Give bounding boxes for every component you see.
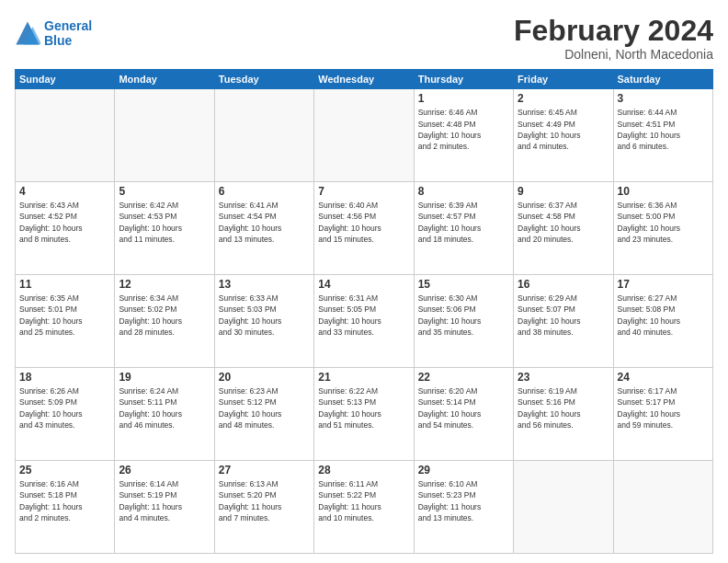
day-info: Sunrise: 6:43 AM Sunset: 4:52 PM Dayligh… xyxy=(19,200,110,245)
week-row: 11Sunrise: 6:35 AM Sunset: 5:01 PM Dayli… xyxy=(16,275,713,368)
weekday-header-row: SundayMondayTuesdayWednesdayThursdayFrid… xyxy=(16,70,713,89)
calendar-cell: 3Sunrise: 6:44 AM Sunset: 4:51 PM Daylig… xyxy=(613,89,712,182)
calendar-cell: 16Sunrise: 6:29 AM Sunset: 5:07 PM Dayli… xyxy=(514,275,613,368)
day-info: Sunrise: 6:27 AM Sunset: 5:08 PM Dayligh… xyxy=(618,293,709,338)
weekday-header-cell: Sunday xyxy=(16,70,115,89)
day-number: 1 xyxy=(418,92,509,105)
day-number: 17 xyxy=(618,278,709,291)
calendar-cell xyxy=(16,89,115,182)
day-number: 8 xyxy=(418,185,509,198)
day-number: 29 xyxy=(418,464,509,477)
calendar-cell: 8Sunrise: 6:39 AM Sunset: 4:57 PM Daylig… xyxy=(414,182,513,275)
calendar-cell: 26Sunrise: 6:14 AM Sunset: 5:19 PM Dayli… xyxy=(115,461,214,554)
calendar-cell: 6Sunrise: 6:41 AM Sunset: 4:54 PM Daylig… xyxy=(214,182,313,275)
day-number: 16 xyxy=(518,278,609,291)
day-info: Sunrise: 6:13 AM Sunset: 5:20 PM Dayligh… xyxy=(219,478,310,523)
calendar-cell xyxy=(514,461,613,554)
day-info: Sunrise: 6:11 AM Sunset: 5:22 PM Dayligh… xyxy=(318,478,409,523)
day-info: Sunrise: 6:46 AM Sunset: 4:48 PM Dayligh… xyxy=(418,107,509,152)
day-number: 10 xyxy=(618,185,709,198)
calendar-cell: 27Sunrise: 6:13 AM Sunset: 5:20 PM Dayli… xyxy=(214,461,313,554)
weekday-header-cell: Friday xyxy=(514,70,613,89)
day-info: Sunrise: 6:45 AM Sunset: 4:49 PM Dayligh… xyxy=(518,107,609,152)
day-info: Sunrise: 6:34 AM Sunset: 5:02 PM Dayligh… xyxy=(119,293,210,338)
day-number: 12 xyxy=(119,278,210,291)
title-block: February 2024 Dolneni, North Macedonia xyxy=(514,15,713,62)
calendar-cell: 4Sunrise: 6:43 AM Sunset: 4:52 PM Daylig… xyxy=(16,182,115,275)
calendar-cell: 2Sunrise: 6:45 AM Sunset: 4:49 PM Daylig… xyxy=(514,89,613,182)
calendar-cell: 19Sunrise: 6:24 AM Sunset: 5:11 PM Dayli… xyxy=(115,368,214,461)
calendar-cell: 10Sunrise: 6:36 AM Sunset: 5:00 PM Dayli… xyxy=(613,182,712,275)
week-row: 4Sunrise: 6:43 AM Sunset: 4:52 PM Daylig… xyxy=(16,182,713,275)
day-info: Sunrise: 6:29 AM Sunset: 5:07 PM Dayligh… xyxy=(518,293,609,338)
day-info: Sunrise: 6:19 AM Sunset: 5:16 PM Dayligh… xyxy=(518,385,609,431)
calendar-cell: 9Sunrise: 6:37 AM Sunset: 4:58 PM Daylig… xyxy=(514,182,613,275)
logo-icon xyxy=(15,20,40,46)
day-info: Sunrise: 6:30 AM Sunset: 5:06 PM Dayligh… xyxy=(418,293,509,338)
day-number: 28 xyxy=(318,464,409,477)
calendar-cell: 28Sunrise: 6:11 AM Sunset: 5:22 PM Dayli… xyxy=(314,461,414,554)
month-title: February 2024 xyxy=(514,15,713,47)
day-info: Sunrise: 6:35 AM Sunset: 5:01 PM Dayligh… xyxy=(19,293,110,338)
day-number: 13 xyxy=(219,278,310,291)
day-info: Sunrise: 6:22 AM Sunset: 5:13 PM Dayligh… xyxy=(318,385,409,431)
calendar-cell: 25Sunrise: 6:16 AM Sunset: 5:18 PM Dayli… xyxy=(16,461,115,554)
calendar-cell xyxy=(314,89,414,182)
calendar-table: SundayMondayTuesdayWednesdayThursdayFrid… xyxy=(15,69,713,554)
header: General Blue February 2024 Dolneni, Nort… xyxy=(15,15,713,62)
calendar-cell: 15Sunrise: 6:30 AM Sunset: 5:06 PM Dayli… xyxy=(414,275,513,368)
day-info: Sunrise: 6:44 AM Sunset: 4:51 PM Dayligh… xyxy=(618,107,709,152)
day-number: 3 xyxy=(618,92,709,105)
calendar-cell: 23Sunrise: 6:19 AM Sunset: 5:16 PM Dayli… xyxy=(514,368,613,461)
page: General Blue February 2024 Dolneni, Nort… xyxy=(0,0,728,563)
day-number: 18 xyxy=(19,371,110,384)
day-number: 26 xyxy=(119,464,210,477)
calendar-cell: 5Sunrise: 6:42 AM Sunset: 4:53 PM Daylig… xyxy=(115,182,214,275)
day-info: Sunrise: 6:23 AM Sunset: 5:12 PM Dayligh… xyxy=(219,385,310,431)
day-info: Sunrise: 6:31 AM Sunset: 5:05 PM Dayligh… xyxy=(318,293,409,338)
calendar-cell: 12Sunrise: 6:34 AM Sunset: 5:02 PM Dayli… xyxy=(115,275,214,368)
calendar-cell: 7Sunrise: 6:40 AM Sunset: 4:56 PM Daylig… xyxy=(314,182,414,275)
calendar-cell: 24Sunrise: 6:17 AM Sunset: 5:17 PM Dayli… xyxy=(613,368,712,461)
weekday-header-cell: Tuesday xyxy=(214,70,313,89)
day-info: Sunrise: 6:37 AM Sunset: 4:58 PM Dayligh… xyxy=(518,200,609,245)
calendar-cell xyxy=(115,89,214,182)
calendar-cell xyxy=(613,461,712,554)
day-number: 15 xyxy=(418,278,509,291)
day-number: 25 xyxy=(19,464,110,477)
calendar-cell: 18Sunrise: 6:26 AM Sunset: 5:09 PM Dayli… xyxy=(16,368,115,461)
calendar-cell: 11Sunrise: 6:35 AM Sunset: 5:01 PM Dayli… xyxy=(16,275,115,368)
day-info: Sunrise: 6:26 AM Sunset: 5:09 PM Dayligh… xyxy=(19,385,110,431)
day-number: 24 xyxy=(618,371,709,384)
calendar-cell xyxy=(214,89,313,182)
day-number: 4 xyxy=(19,185,110,198)
calendar-cell: 13Sunrise: 6:33 AM Sunset: 5:03 PM Dayli… xyxy=(214,275,313,368)
day-number: 9 xyxy=(518,185,609,198)
week-row: 25Sunrise: 6:16 AM Sunset: 5:18 PM Dayli… xyxy=(16,461,713,554)
logo-text: General Blue xyxy=(44,18,92,48)
day-info: Sunrise: 6:33 AM Sunset: 5:03 PM Dayligh… xyxy=(219,293,310,338)
day-number: 20 xyxy=(219,371,310,384)
day-number: 14 xyxy=(318,278,409,291)
location-subtitle: Dolneni, North Macedonia xyxy=(514,47,713,62)
day-number: 6 xyxy=(219,185,310,198)
day-number: 23 xyxy=(518,371,609,384)
day-info: Sunrise: 6:41 AM Sunset: 4:54 PM Dayligh… xyxy=(219,200,310,245)
week-row: 18Sunrise: 6:26 AM Sunset: 5:09 PM Dayli… xyxy=(16,368,713,461)
day-number: 22 xyxy=(418,371,509,384)
calendar-body: 1Sunrise: 6:46 AM Sunset: 4:48 PM Daylig… xyxy=(16,89,713,554)
day-info: Sunrise: 6:10 AM Sunset: 5:23 PM Dayligh… xyxy=(418,478,509,523)
weekday-header-cell: Saturday xyxy=(613,70,712,89)
day-info: Sunrise: 6:39 AM Sunset: 4:57 PM Dayligh… xyxy=(418,200,509,245)
day-number: 11 xyxy=(19,278,110,291)
logo: General Blue xyxy=(15,18,92,48)
day-info: Sunrise: 6:24 AM Sunset: 5:11 PM Dayligh… xyxy=(119,385,210,431)
weekday-header-cell: Monday xyxy=(115,70,214,89)
day-number: 5 xyxy=(119,185,210,198)
calendar-cell: 22Sunrise: 6:20 AM Sunset: 5:14 PM Dayli… xyxy=(414,368,513,461)
day-number: 27 xyxy=(219,464,310,477)
day-info: Sunrise: 6:36 AM Sunset: 5:00 PM Dayligh… xyxy=(618,200,709,245)
day-info: Sunrise: 6:16 AM Sunset: 5:18 PM Dayligh… xyxy=(19,478,110,523)
day-info: Sunrise: 6:14 AM Sunset: 5:19 PM Dayligh… xyxy=(119,478,210,523)
day-info: Sunrise: 6:17 AM Sunset: 5:17 PM Dayligh… xyxy=(618,385,709,431)
